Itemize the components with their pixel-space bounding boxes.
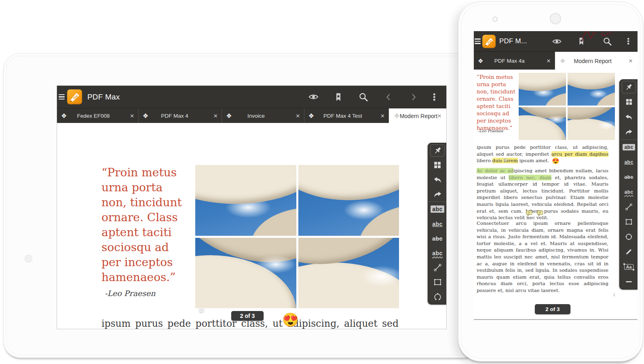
textbox-tool-button[interactable]: Aa <box>620 259 638 274</box>
phone-app-window: PDF PDF M... ❖ PDF Max 4a × ❖ Modern Rep… <box>474 31 638 320</box>
grid-view-tool-button[interactable] <box>620 95 638 110</box>
line-tool-button[interactable] <box>428 260 447 275</box>
pdfmax-logo-icon: PDF <box>482 35 496 48</box>
architecture-photo-2 <box>298 165 399 236</box>
close-tab-icon[interactable]: × <box>547 57 551 64</box>
close-tab-icon[interactable]: × <box>296 112 300 119</box>
tablet-document-page: “Proin metus urna porta non, tincidunt o… <box>57 123 446 329</box>
squiggly-tool-button[interactable]: abc <box>620 184 638 199</box>
circle-tool-button[interactable] <box>620 229 638 244</box>
tab-pdf-max-4a[interactable]: ❖ PDF Max 4a × <box>474 52 555 70</box>
app-title: PDF M... <box>499 37 527 45</box>
dropbox-icon: ❖ <box>143 112 148 120</box>
body-paragraph-3: Consectetuer arcu ipsum ornare pellentes… <box>477 220 608 294</box>
line-tool-button[interactable] <box>620 199 638 214</box>
quote-attribution: -Leo Praesen <box>478 129 503 133</box>
previous-page-icon[interactable] <box>376 93 401 102</box>
view-mode-icon[interactable] <box>545 36 569 47</box>
pen-tool-button[interactable] <box>620 244 638 259</box>
app-title: PDF Max <box>87 93 120 102</box>
highlight-tool-button[interactable]: abc <box>428 201 447 216</box>
phone-annotation-toolbar: abc abc abc abc Aa <box>619 79 638 290</box>
strikeout-tool-button[interactable]: abc <box>428 231 447 246</box>
architecture-photo-2 <box>568 73 615 106</box>
tablet-topbar: PDF PDF Max <box>57 86 446 108</box>
close-tab-icon[interactable]: × <box>130 112 134 119</box>
note-bubble-icon[interactable] <box>503 158 508 163</box>
phone-document-page: “Proin metus urna porta non, tincidunt o… <box>474 70 638 319</box>
pdfmax-logo-icon: PDF <box>67 89 82 104</box>
pull-quote: “Proin metus urna porta non, tincidunt o… <box>477 73 519 131</box>
phone-tabbar: ❖ PDF Max 4a × ❖ Modern Report × <box>474 51 638 70</box>
phone-camera-large <box>550 13 561 24</box>
pin-tool-button[interactable] <box>428 143 447 158</box>
architecture-photo-4 <box>298 238 399 309</box>
grid-view-tool-button[interactable] <box>428 158 447 172</box>
comment-bubble-icon[interactable] <box>526 210 533 216</box>
note-bubble-icon[interactable] <box>198 309 205 314</box>
highlight-tool-button[interactable]: abc <box>620 140 638 155</box>
comment-bubble-icon[interactable] <box>537 210 544 216</box>
photo-grid <box>519 73 615 140</box>
overflow-menu-icon[interactable] <box>621 37 636 46</box>
undo-tool-button[interactable] <box>428 172 447 187</box>
rectangle-tool-button[interactable] <box>428 275 447 290</box>
tab-fedex-ef008[interactable]: ❖ Fedex EF008 × <box>57 108 139 123</box>
pull-quote: “Proin metus urna porta non, tincidunt o… <box>101 165 187 285</box>
document-page-number: 2 <box>613 293 615 297</box>
search-icon[interactable] <box>351 92 376 102</box>
tablet-app-window: PDF PDF Max ❖ Fedex EF008 × <box>57 85 447 329</box>
close-tab-icon[interactable]: × <box>629 57 633 64</box>
architecture-photo-1 <box>195 165 296 236</box>
close-tab-icon[interactable]: × <box>380 112 384 119</box>
redo-tool-button[interactable] <box>620 125 638 140</box>
squiggly-tool-button[interactable]: abc <box>428 246 447 260</box>
strikeout-tool-button[interactable]: abc <box>620 170 638 185</box>
menu-icon[interactable] <box>475 37 481 45</box>
tab-pdf-max-4[interactable]: ❖ PDF Max 4 × <box>139 108 222 123</box>
tab-modern-report[interactable]: ❖ Modern Report × <box>555 52 638 70</box>
close-tab-icon[interactable]: × <box>213 112 217 119</box>
close-tab-icon[interactable]: × <box>437 112 441 119</box>
dropbox-icon: ❖ <box>308 112 314 120</box>
dropbox-icon: ❖ <box>560 57 565 65</box>
architecture-photo-3 <box>519 107 566 140</box>
photo-grid <box>195 165 399 308</box>
underline-tool-button[interactable]: abc <box>428 216 447 231</box>
view-mode-icon[interactable] <box>301 91 326 102</box>
rectangle-tool-button[interactable] <box>620 214 638 229</box>
next-page-icon[interactable] <box>401 93 426 102</box>
architecture-photo-3 <box>195 238 296 309</box>
overflow-menu-icon[interactable] <box>426 92 442 102</box>
redo-tool-button[interactable] <box>428 187 447 201</box>
dropbox-icon: ❖ <box>226 112 232 120</box>
pin-tool-button[interactable] <box>620 80 638 95</box>
underline-tool-button[interactable]: abc <box>620 155 638 170</box>
page-indicator: 2 of 3 <box>535 304 570 314</box>
phone-camera-small <box>492 17 498 22</box>
tab-modern-report[interactable]: ❖ Modern Report × <box>389 108 446 123</box>
heart-eyes-emoji-sticker[interactable]: 😍 <box>282 313 299 326</box>
body-paragraph-1: ipsum purus pede porttitor class, ut adi… <box>477 144 608 164</box>
dropbox-icon: ❖ <box>478 57 483 65</box>
menu-icon[interactable] <box>59 93 65 101</box>
tablet-annotation-toolbar: abc abc abc abc <box>428 143 447 305</box>
tab-invoice[interactable]: ❖ Invoice × <box>222 108 304 123</box>
freeline-tool-button[interactable] <box>620 274 638 289</box>
architecture-photo-4 <box>568 107 615 140</box>
dropbox-icon: ❖ <box>394 112 399 120</box>
undo-tool-button[interactable] <box>620 110 638 125</box>
bookmark-icon[interactable] <box>326 92 351 102</box>
arc-tool-button[interactable] <box>428 290 447 304</box>
tab-pdf-max-4-test[interactable]: ❖ PDF Max 4 Test × <box>304 108 389 123</box>
architecture-photo-1 <box>519 73 566 106</box>
heart-eyes-emoji-sticker[interactable]: 😍 <box>552 158 560 164</box>
tablet-tabbar: ❖ Fedex EF008 × ❖ PDF Max 4 × ❖ Invoice … <box>57 108 446 123</box>
quote-attribution: -Leo Praesen <box>105 289 155 298</box>
tablet-camera <box>25 255 32 262</box>
dropbox-icon: ❖ <box>61 112 67 120</box>
ink-signature-annotation[interactable] <box>580 31 616 45</box>
page-indicator: 2 of 3 <box>231 311 264 321</box>
